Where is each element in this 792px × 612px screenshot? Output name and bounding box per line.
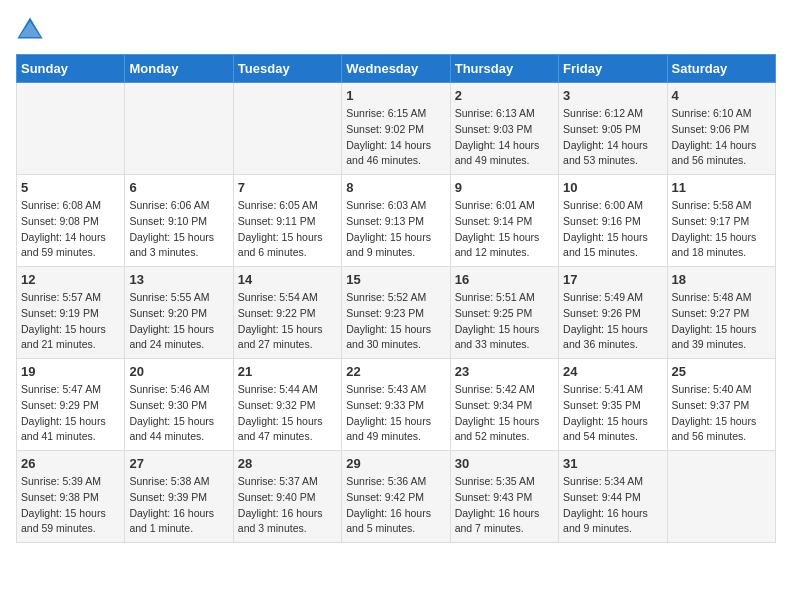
calendar-cell (17, 83, 125, 175)
day-info: Sunrise: 5:54 AM Sunset: 9:22 PM Dayligh… (238, 290, 337, 353)
page-header (16, 16, 776, 44)
day-number: 20 (129, 364, 228, 379)
calendar-week-3: 19Sunrise: 5:47 AM Sunset: 9:29 PM Dayli… (17, 359, 776, 451)
calendar-cell: 17Sunrise: 5:49 AM Sunset: 9:26 PM Dayli… (559, 267, 667, 359)
calendar-cell: 22Sunrise: 5:43 AM Sunset: 9:33 PM Dayli… (342, 359, 450, 451)
day-info: Sunrise: 5:39 AM Sunset: 9:38 PM Dayligh… (21, 474, 120, 537)
day-header-monday: Monday (125, 55, 233, 83)
day-number: 8 (346, 180, 445, 195)
day-number: 4 (672, 88, 771, 103)
day-number: 13 (129, 272, 228, 287)
day-number: 27 (129, 456, 228, 471)
day-info: Sunrise: 6:00 AM Sunset: 9:16 PM Dayligh… (563, 198, 662, 261)
day-info: Sunrise: 6:13 AM Sunset: 9:03 PM Dayligh… (455, 106, 554, 169)
calendar-week-1: 5Sunrise: 6:08 AM Sunset: 9:08 PM Daylig… (17, 175, 776, 267)
day-info: Sunrise: 5:49 AM Sunset: 9:26 PM Dayligh… (563, 290, 662, 353)
day-number: 22 (346, 364, 445, 379)
calendar-week-4: 26Sunrise: 5:39 AM Sunset: 9:38 PM Dayli… (17, 451, 776, 543)
day-info: Sunrise: 6:01 AM Sunset: 9:14 PM Dayligh… (455, 198, 554, 261)
day-number: 26 (21, 456, 120, 471)
day-info: Sunrise: 5:52 AM Sunset: 9:23 PM Dayligh… (346, 290, 445, 353)
day-info: Sunrise: 5:43 AM Sunset: 9:33 PM Dayligh… (346, 382, 445, 445)
day-info: Sunrise: 5:36 AM Sunset: 9:42 PM Dayligh… (346, 474, 445, 537)
day-info: Sunrise: 6:03 AM Sunset: 9:13 PM Dayligh… (346, 198, 445, 261)
calendar-cell: 12Sunrise: 5:57 AM Sunset: 9:19 PM Dayli… (17, 267, 125, 359)
day-info: Sunrise: 5:38 AM Sunset: 9:39 PM Dayligh… (129, 474, 228, 537)
calendar-cell: 19Sunrise: 5:47 AM Sunset: 9:29 PM Dayli… (17, 359, 125, 451)
calendar-cell: 1Sunrise: 6:15 AM Sunset: 9:02 PM Daylig… (342, 83, 450, 175)
days-of-week-row: SundayMondayTuesdayWednesdayThursdayFrid… (17, 55, 776, 83)
calendar-cell: 4Sunrise: 6:10 AM Sunset: 9:06 PM Daylig… (667, 83, 775, 175)
day-info: Sunrise: 6:06 AM Sunset: 9:10 PM Dayligh… (129, 198, 228, 261)
day-info: Sunrise: 5:55 AM Sunset: 9:20 PM Dayligh… (129, 290, 228, 353)
logo-icon (16, 16, 44, 44)
day-info: Sunrise: 5:58 AM Sunset: 9:17 PM Dayligh… (672, 198, 771, 261)
calendar-cell: 3Sunrise: 6:12 AM Sunset: 9:05 PM Daylig… (559, 83, 667, 175)
day-number: 2 (455, 88, 554, 103)
day-number: 25 (672, 364, 771, 379)
calendar-week-0: 1Sunrise: 6:15 AM Sunset: 9:02 PM Daylig… (17, 83, 776, 175)
day-header-thursday: Thursday (450, 55, 558, 83)
day-info: Sunrise: 5:46 AM Sunset: 9:30 PM Dayligh… (129, 382, 228, 445)
calendar-cell: 20Sunrise: 5:46 AM Sunset: 9:30 PM Dayli… (125, 359, 233, 451)
day-info: Sunrise: 5:35 AM Sunset: 9:43 PM Dayligh… (455, 474, 554, 537)
day-info: Sunrise: 5:40 AM Sunset: 9:37 PM Dayligh… (672, 382, 771, 445)
calendar-cell: 30Sunrise: 5:35 AM Sunset: 9:43 PM Dayli… (450, 451, 558, 543)
calendar-table: SundayMondayTuesdayWednesdayThursdayFrid… (16, 54, 776, 543)
calendar-cell: 7Sunrise: 6:05 AM Sunset: 9:11 PM Daylig… (233, 175, 341, 267)
calendar-cell: 8Sunrise: 6:03 AM Sunset: 9:13 PM Daylig… (342, 175, 450, 267)
day-number: 30 (455, 456, 554, 471)
calendar-cell: 5Sunrise: 6:08 AM Sunset: 9:08 PM Daylig… (17, 175, 125, 267)
day-number: 6 (129, 180, 228, 195)
day-info: Sunrise: 5:41 AM Sunset: 9:35 PM Dayligh… (563, 382, 662, 445)
calendar-week-2: 12Sunrise: 5:57 AM Sunset: 9:19 PM Dayli… (17, 267, 776, 359)
day-number: 18 (672, 272, 771, 287)
day-header-tuesday: Tuesday (233, 55, 341, 83)
calendar-cell: 2Sunrise: 6:13 AM Sunset: 9:03 PM Daylig… (450, 83, 558, 175)
day-number: 11 (672, 180, 771, 195)
calendar-cell: 10Sunrise: 6:00 AM Sunset: 9:16 PM Dayli… (559, 175, 667, 267)
day-number: 23 (455, 364, 554, 379)
day-info: Sunrise: 6:12 AM Sunset: 9:05 PM Dayligh… (563, 106, 662, 169)
day-number: 29 (346, 456, 445, 471)
calendar-cell: 13Sunrise: 5:55 AM Sunset: 9:20 PM Dayli… (125, 267, 233, 359)
day-number: 24 (563, 364, 662, 379)
calendar-header: SundayMondayTuesdayWednesdayThursdayFrid… (17, 55, 776, 83)
day-number: 5 (21, 180, 120, 195)
calendar-cell: 9Sunrise: 6:01 AM Sunset: 9:14 PM Daylig… (450, 175, 558, 267)
calendar-cell: 16Sunrise: 5:51 AM Sunset: 9:25 PM Dayli… (450, 267, 558, 359)
day-number: 3 (563, 88, 662, 103)
calendar-cell (125, 83, 233, 175)
day-info: Sunrise: 5:44 AM Sunset: 9:32 PM Dayligh… (238, 382, 337, 445)
day-info: Sunrise: 5:57 AM Sunset: 9:19 PM Dayligh… (21, 290, 120, 353)
day-number: 9 (455, 180, 554, 195)
day-info: Sunrise: 5:37 AM Sunset: 9:40 PM Dayligh… (238, 474, 337, 537)
calendar-cell: 6Sunrise: 6:06 AM Sunset: 9:10 PM Daylig… (125, 175, 233, 267)
day-header-saturday: Saturday (667, 55, 775, 83)
calendar-cell: 31Sunrise: 5:34 AM Sunset: 9:44 PM Dayli… (559, 451, 667, 543)
day-info: Sunrise: 5:48 AM Sunset: 9:27 PM Dayligh… (672, 290, 771, 353)
calendar-cell: 11Sunrise: 5:58 AM Sunset: 9:17 PM Dayli… (667, 175, 775, 267)
day-info: Sunrise: 6:15 AM Sunset: 9:02 PM Dayligh… (346, 106, 445, 169)
day-number: 14 (238, 272, 337, 287)
day-info: Sunrise: 5:47 AM Sunset: 9:29 PM Dayligh… (21, 382, 120, 445)
calendar-body: 1Sunrise: 6:15 AM Sunset: 9:02 PM Daylig… (17, 83, 776, 543)
day-number: 7 (238, 180, 337, 195)
day-number: 17 (563, 272, 662, 287)
svg-marker-1 (20, 22, 41, 37)
day-number: 12 (21, 272, 120, 287)
calendar-cell: 18Sunrise: 5:48 AM Sunset: 9:27 PM Dayli… (667, 267, 775, 359)
calendar-cell: 15Sunrise: 5:52 AM Sunset: 9:23 PM Dayli… (342, 267, 450, 359)
day-info: Sunrise: 6:10 AM Sunset: 9:06 PM Dayligh… (672, 106, 771, 169)
day-info: Sunrise: 6:08 AM Sunset: 9:08 PM Dayligh… (21, 198, 120, 261)
calendar-cell: 29Sunrise: 5:36 AM Sunset: 9:42 PM Dayli… (342, 451, 450, 543)
calendar-cell (233, 83, 341, 175)
day-number: 1 (346, 88, 445, 103)
day-number: 15 (346, 272, 445, 287)
day-number: 21 (238, 364, 337, 379)
calendar-cell: 21Sunrise: 5:44 AM Sunset: 9:32 PM Dayli… (233, 359, 341, 451)
day-number: 19 (21, 364, 120, 379)
calendar-cell (667, 451, 775, 543)
day-number: 10 (563, 180, 662, 195)
day-header-sunday: Sunday (17, 55, 125, 83)
